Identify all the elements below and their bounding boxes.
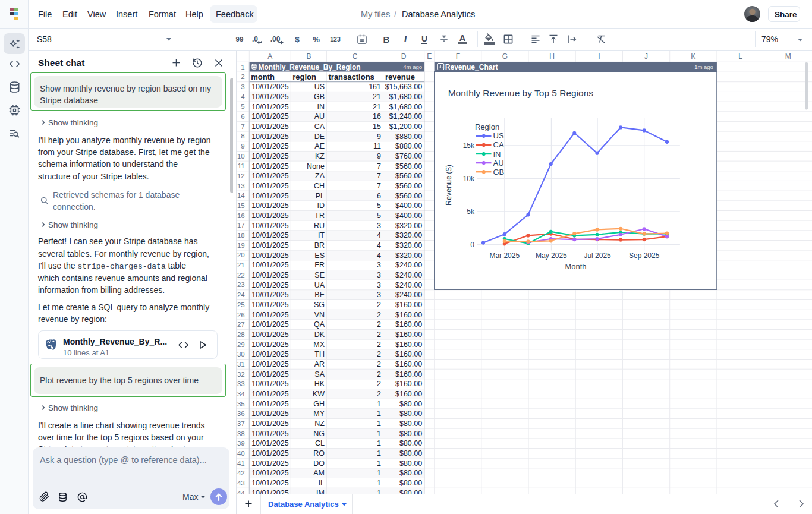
svg-text:3: 3: [241, 83, 244, 90]
svg-text:H: H: [549, 52, 555, 61]
svg-text:22: 22: [237, 272, 245, 279]
svg-text:10/01/2025: 10/01/2025: [251, 162, 289, 171]
svg-text:10/01/2025: 10/01/2025: [251, 251, 289, 260]
svg-text:F: F: [456, 52, 460, 61]
svg-text:$240.00: $240.00: [395, 291, 422, 299]
svg-text:AR: AR: [314, 360, 325, 368]
svg-text:GB: GB: [314, 93, 325, 101]
svg-text:UA: UA: [314, 281, 325, 289]
svg-text:29: 29: [237, 341, 245, 348]
svg-text:1: 1: [377, 439, 381, 447]
svg-text:RU: RU: [314, 222, 325, 230]
svg-text:10/01/2025: 10/01/2025: [251, 192, 289, 200]
svg-text:SE: SE: [314, 271, 325, 279]
svg-text:28: 28: [237, 331, 245, 338]
svg-text:11: 11: [373, 142, 381, 150]
svg-text:1: 1: [377, 449, 381, 458]
svg-text:MX: MX: [313, 340, 325, 349]
svg-text:$80.00: $80.00: [399, 430, 422, 438]
svg-text:CH: CH: [314, 182, 325, 190]
svg-text:$160.00: $160.00: [395, 320, 422, 329]
svg-text:10/01/2025: 10/01/2025: [251, 122, 289, 131]
svg-text:L: L: [738, 52, 742, 61]
svg-text:9: 9: [377, 152, 381, 160]
svg-text:$320.00: $320.00: [395, 241, 422, 250]
svg-text:34: 34: [237, 390, 245, 398]
svg-text:30: 30: [237, 351, 245, 358]
svg-text:KZ: KZ: [315, 152, 325, 160]
svg-text:RO: RO: [313, 449, 325, 458]
svg-text:C: C: [353, 52, 358, 61]
svg-text:6: 6: [241, 113, 244, 120]
svg-text:$160.00: $160.00: [395, 360, 422, 368]
svg-text:20: 20: [237, 251, 245, 258]
svg-text:$160.00: $160.00: [395, 380, 422, 388]
svg-text:BE: BE: [314, 291, 325, 299]
svg-text:10/01/2025: 10/01/2025: [251, 390, 289, 398]
svg-text:10/01/2025: 10/01/2025: [251, 301, 289, 309]
svg-text:ID: ID: [317, 201, 325, 210]
svg-text:$160.00: $160.00: [395, 390, 422, 398]
svg-text:10/01/2025: 10/01/2025: [251, 330, 289, 339]
svg-text:$880.00: $880.00: [395, 142, 422, 150]
svg-text:3: 3: [377, 271, 381, 279]
svg-text:15: 15: [373, 122, 381, 131]
svg-text:7: 7: [377, 162, 381, 171]
svg-text:27: 27: [237, 321, 245, 328]
svg-text:36: 36: [237, 410, 245, 417]
svg-text:40: 40: [237, 450, 245, 457]
svg-text:$560.00: $560.00: [395, 172, 422, 180]
svg-text:$160.00: $160.00: [395, 370, 422, 379]
svg-text:$80.00: $80.00: [399, 469, 422, 477]
svg-text:13: 13: [237, 182, 245, 190]
svg-text:10/01/2025: 10/01/2025: [251, 133, 289, 141]
svg-text:4m ago: 4m ago: [403, 64, 422, 70]
svg-text:1: 1: [241, 64, 244, 71]
svg-text:10/01/2025: 10/01/2025: [251, 222, 289, 230]
svg-text:D: D: [401, 52, 407, 61]
svg-text:10/01/2025: 10/01/2025: [251, 112, 289, 121]
svg-text:GH: GH: [313, 400, 325, 408]
svg-text:$15,663.00: $15,663.00: [385, 83, 423, 91]
svg-text:SA: SA: [314, 370, 325, 379]
svg-text:26: 26: [237, 311, 245, 319]
svg-text:None: None: [307, 162, 325, 171]
svg-text:Revenue_Chart: Revenue_Chart: [445, 63, 498, 71]
svg-text:10/01/2025: 10/01/2025: [251, 409, 289, 418]
svg-text:US: US: [314, 83, 325, 91]
svg-text:ES: ES: [314, 251, 325, 260]
svg-text:Region: Region: [475, 122, 499, 131]
svg-text:US: US: [493, 131, 504, 140]
svg-text:10/01/2025: 10/01/2025: [251, 370, 289, 379]
svg-text:QA: QA: [314, 320, 325, 329]
svg-text:21: 21: [373, 103, 381, 111]
svg-text:10/01/2025: 10/01/2025: [251, 103, 289, 111]
svg-text:$400.00: $400.00: [395, 201, 422, 210]
svg-text:19: 19: [237, 242, 245, 249]
svg-text:31: 31: [237, 361, 245, 368]
svg-text:10/01/2025: 10/01/2025: [251, 212, 289, 220]
svg-text:14: 14: [237, 192, 245, 199]
svg-text:10/01/2025: 10/01/2025: [251, 241, 289, 250]
svg-text:10/01/2025: 10/01/2025: [251, 449, 289, 458]
svg-text:10/01/2025: 10/01/2025: [251, 350, 289, 358]
svg-text:9: 9: [241, 143, 244, 150]
svg-text:0: 0: [470, 241, 474, 249]
svg-text:2: 2: [377, 390, 381, 398]
svg-text:$80.00: $80.00: [399, 459, 422, 468]
svg-text:10/01/2025: 10/01/2025: [251, 420, 289, 428]
svg-text:39: 39: [237, 440, 245, 447]
svg-text:1: 1: [377, 430, 381, 438]
svg-text:10/01/2025: 10/01/2025: [251, 311, 289, 319]
svg-text:$240.00: $240.00: [395, 261, 422, 269]
svg-text:5k: 5k: [467, 207, 475, 216]
svg-text:10/01/2025: 10/01/2025: [251, 320, 289, 329]
svg-text:A: A: [267, 52, 272, 61]
svg-text:10/01/2025: 10/01/2025: [251, 489, 289, 494]
svg-text:10k: 10k: [463, 175, 475, 183]
svg-text:4: 4: [377, 241, 381, 250]
svg-text:2: 2: [377, 330, 381, 339]
svg-text:$80.00: $80.00: [399, 449, 422, 458]
svg-text:44: 44: [237, 490, 245, 494]
svg-text:21: 21: [237, 261, 245, 269]
